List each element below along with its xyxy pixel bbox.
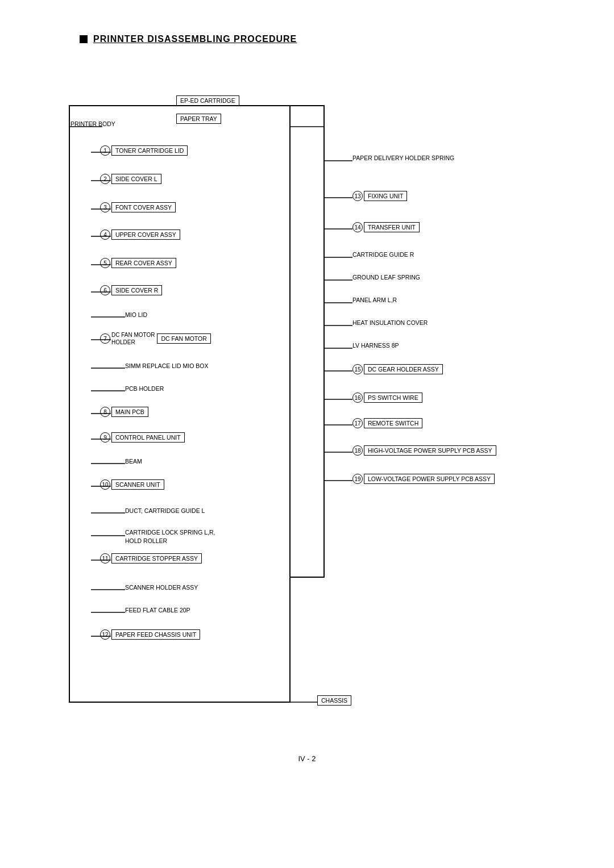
printer-body-label: PRINTER BODY xyxy=(70,120,115,127)
item-6: 6 SIDE COVER R xyxy=(100,285,162,295)
fixing-unit-label: FIXING UNIT xyxy=(364,191,407,201)
item-1: 1 TONER CARTRIDGE LID xyxy=(100,145,188,156)
item-16: 16 PS SWITCH WIRE xyxy=(352,393,422,403)
item-11: 11 CARTRIDGE STOPPER ASSY xyxy=(100,553,202,564)
ground-leaf-item: GROUND LEAF SPRING xyxy=(352,274,420,281)
panel-arm-item: PANEL ARM L,R xyxy=(352,297,397,303)
item-4: 4 UPPER COVER ASSY xyxy=(100,229,180,240)
circle-7: 7 xyxy=(100,333,110,344)
circle-2: 2 xyxy=(100,174,110,184)
duct-item: DUCT, CARTRIDGE GUIDE L xyxy=(125,507,205,514)
item-2: 2 SIDE COVER L xyxy=(100,174,161,184)
font-cover-assy-label: FONT COVER ASSY xyxy=(111,202,176,212)
item-9: 9 CONTROL PANEL UNIT xyxy=(100,432,185,443)
circle-10: 10 xyxy=(100,479,110,490)
upper-cover-assy-label: UPPER COVER ASSY xyxy=(111,229,180,240)
page-number-text: IV - 2 xyxy=(298,754,316,763)
simm-replace-item: SIMM REPLACE LID MIO BOX xyxy=(125,362,208,369)
panel-arm-label: PANEL ARM L,R xyxy=(352,297,397,303)
item-15: 15 DC GEAR HOLDER ASSY xyxy=(352,364,443,374)
side-cover-l-label: SIDE COVER L xyxy=(111,174,161,184)
circle-8: 8 xyxy=(100,407,110,417)
item-17: 17 REMOTE SWITCH xyxy=(352,418,422,428)
circle-13: 13 xyxy=(352,191,363,201)
feed-flat-label: FEED FLAT CABLE 20P xyxy=(125,607,190,614)
chassis-label: CHASSIS xyxy=(317,695,351,706)
title-section: PRINNTER DISASSEMBLING PROCEDURE xyxy=(80,34,569,44)
transfer-unit-label: TRANSFER UNIT xyxy=(364,222,420,232)
ep-ed-cartridge-item: EP-ED CARTRIDGE xyxy=(176,95,239,106)
circle-9: 9 xyxy=(100,432,110,443)
cartridge-lock-item: CARTRIDGE LOCK SPRING L,R,HOLD ROLLER xyxy=(125,528,215,545)
circle-4: 4 xyxy=(100,229,110,240)
pcb-holder-item: PCB HOLDER xyxy=(125,385,164,392)
beam-item: BEAM xyxy=(125,458,142,465)
item-10: 10 SCANNER UNIT xyxy=(100,479,164,490)
diagram-area: EP-ED CARTRIDGE PAPER TRAY PRINTER BODY … xyxy=(45,67,546,737)
scanner-holder-item: SCANNER HOLDER ASSY xyxy=(125,584,198,591)
circle-11: 11 xyxy=(100,553,110,564)
duct-label: DUCT, CARTRIDGE GUIDE L xyxy=(125,507,205,514)
item-3: 3 FONT COVER ASSY xyxy=(100,202,176,212)
high-voltage-label: HIGH-VOLTAGE POWER SUPPLY PCB ASSY xyxy=(364,445,496,456)
circle-3: 3 xyxy=(100,202,110,212)
heat-insulation-item: HEAT INSULATION COVER xyxy=(352,319,428,326)
scanner-holder-label: SCANNER HOLDER ASSY xyxy=(125,584,198,591)
paper-delivery-item: PAPER DELIVERY HOLDER SPRING xyxy=(352,155,454,161)
simm-replace-label: SIMM REPLACE LID MIO BOX xyxy=(125,362,208,369)
item-19: 19 LOW-VOLTAGE POWER SUPPLY PCB ASSY xyxy=(352,474,495,484)
heat-insulation-label: HEAT INSULATION COVER xyxy=(352,319,428,326)
circle-15: 15 xyxy=(352,364,363,374)
item-18: 18 HIGH-VOLTAGE POWER SUPPLY PCB ASSY xyxy=(352,445,496,456)
page: PRINNTER DISASSEMBLING PROCEDURE xyxy=(0,0,614,868)
page-number: IV - 2 xyxy=(45,754,569,763)
ep-ed-cartridge-label: EP-ED CARTRIDGE xyxy=(176,95,239,106)
dc-fan-motor-holder-label: DC FAN MOTORHOLDER xyxy=(111,331,155,346)
circle-5: 5 xyxy=(100,258,110,268)
cartridge-stopper-label: CARTRIDGE STOPPER ASSY xyxy=(111,553,202,564)
svg-rect-1 xyxy=(290,106,324,577)
control-panel-unit-label: CONTROL PANEL UNIT xyxy=(111,432,185,443)
item-7: 7 DC FAN MOTORHOLDER DC FAN MOTOR xyxy=(100,331,211,346)
cartridge-lock-label: CARTRIDGE LOCK SPRING L,R,HOLD ROLLER xyxy=(125,528,215,545)
circle-19: 19 xyxy=(352,474,363,484)
mio-lid-label: MIO LID xyxy=(125,311,147,318)
printer-body-item: PRINTER BODY xyxy=(70,120,115,127)
cartridge-guide-r-item: CARTRIDGE GUIDE R xyxy=(352,251,414,258)
title-square-icon xyxy=(80,35,88,43)
dc-gear-holder-label: DC GEAR HOLDER ASSY xyxy=(364,364,443,374)
side-cover-r-label: SIDE COVER R xyxy=(111,285,162,295)
paper-feed-label: PAPER FEED CHASSIS UNIT xyxy=(111,629,200,640)
low-voltage-label: LOW-VOLTAGE POWER SUPPLY PCB ASSY xyxy=(364,474,495,484)
circle-17: 17 xyxy=(352,418,363,428)
circle-18: 18 xyxy=(352,445,363,456)
chassis-item: CHASSIS xyxy=(317,695,351,706)
item-12: 12 PAPER FEED CHASSIS UNIT xyxy=(100,629,200,640)
main-pcb-label: MAIN PCB xyxy=(111,407,148,417)
ps-switch-wire-label: PS SWITCH WIRE xyxy=(364,393,422,403)
rear-cover-assy-label: REAR COVER ASSY xyxy=(111,258,176,268)
beam-label: BEAM xyxy=(125,458,142,465)
toner-cartridge-lid-label: TONER CARTRIDGE LID xyxy=(111,145,188,156)
dc-fan-motor-label: DC FAN MOTOR xyxy=(157,333,210,344)
item-5: 5 REAR COVER ASSY xyxy=(100,258,176,268)
scanner-unit-label: SCANNER UNIT xyxy=(111,479,164,490)
item-14: 14 TRANSFER UNIT xyxy=(352,222,420,232)
cartridge-guide-r-label: CARTRIDGE GUIDE R xyxy=(352,251,414,258)
feed-flat-item: FEED FLAT CABLE 20P xyxy=(125,607,190,614)
page-title: PRINNTER DISASSEMBLING PROCEDURE xyxy=(93,34,297,44)
circle-1: 1 xyxy=(100,145,110,156)
pcb-holder-label: PCB HOLDER xyxy=(125,385,164,392)
circle-16: 16 xyxy=(352,393,363,403)
mio-lid-item: MIO LID xyxy=(125,311,147,318)
lv-harness-item: LV HARNESS 8P xyxy=(352,342,399,349)
circle-12: 12 xyxy=(100,629,110,640)
circle-6: 6 xyxy=(100,285,110,295)
item-13: 13 FIXING UNIT xyxy=(352,191,407,201)
paper-delivery-label: PAPER DELIVERY HOLDER SPRING xyxy=(352,155,454,161)
remote-switch-label: REMOTE SWITCH xyxy=(364,418,422,428)
paper-tray-label: PAPER TRAY xyxy=(176,114,221,124)
circle-14: 14 xyxy=(352,222,363,232)
lv-harness-label: LV HARNESS 8P xyxy=(352,342,399,349)
ground-leaf-label: GROUND LEAF SPRING xyxy=(352,274,420,281)
